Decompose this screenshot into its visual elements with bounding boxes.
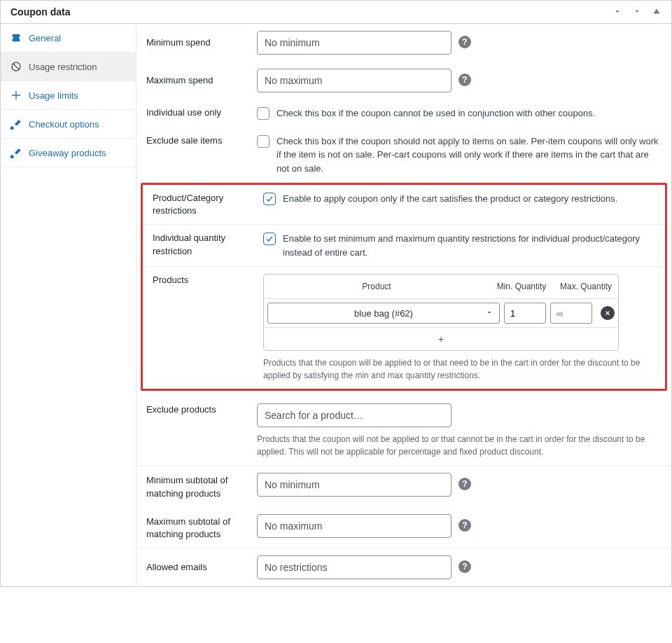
tab-giveaway-products[interactable]: Giveaway products (1, 139, 136, 167)
chevron-up-icon[interactable] (612, 6, 622, 18)
product-select-value: blue bag (#62) (354, 308, 413, 319)
help-icon[interactable]: ? (458, 74, 471, 86)
panel-header: Coupon data (1, 1, 671, 24)
tab-usage-restriction[interactable]: Usage restriction (1, 53, 136, 81)
help-icon[interactable]: ? (458, 478, 471, 490)
tab-general[interactable]: General (1, 24, 136, 53)
help-icon[interactable]: ? (458, 560, 471, 573)
label-exclude-products: Exclude products (146, 403, 243, 416)
row-maximum-spend: Maximum spend ? (136, 62, 671, 99)
tab-label: Giveaway products (29, 148, 106, 158)
input-maximum-spend[interactable] (257, 69, 451, 92)
row-exclude-products: Exclude products Products that the coupo… (136, 391, 671, 466)
remove-row-button[interactable] (601, 306, 615, 320)
tab-label: Checkout options (29, 119, 99, 130)
products-table: Product Min. Quantity Max. Quantity blue… (263, 274, 619, 351)
desc-product-category-restrictions: Enable to apply coupon only if the cart … (283, 192, 617, 206)
input-min-quantity[interactable] (504, 303, 546, 324)
desc-products: Products that the coupon will be applied… (263, 357, 655, 382)
label-products: Products (153, 274, 249, 286)
row-individual-quantity-restriction: Individual quantity restriction Enable t… (143, 225, 665, 267)
tab-checkout-options[interactable]: Checkout options (1, 110, 136, 139)
wrench-icon (10, 147, 22, 158)
checkbox-product-category-restrictions[interactable] (263, 193, 276, 205)
input-max-subtotal[interactable] (257, 514, 451, 538)
products-table-row: blue bag (#62) (264, 299, 618, 328)
col-min-quantity: Min. Quantity (489, 279, 554, 294)
product-select[interactable]: blue bag (#62) (267, 303, 500, 324)
chevron-down-icon (485, 308, 493, 319)
input-max-quantity[interactable] (550, 303, 592, 324)
label-exclude-sale: Exclude sale items (146, 134, 243, 147)
ticket-icon (10, 32, 22, 43)
help-icon[interactable]: ? (458, 519, 471, 532)
label-minimum-spend: Minimum spend (146, 31, 243, 49)
chevron-down-icon[interactable] (632, 6, 642, 18)
sliders-icon (10, 90, 22, 101)
col-max-quantity: Max. Quantity (554, 279, 618, 294)
desc-individual-use: Check this box if the coupon cannot be u… (276, 106, 595, 120)
row-minimum-spend: Minimum spend ? (136, 24, 671, 62)
coupon-tabs-sidebar: General Usage restriction Usage limits C… (1, 24, 136, 586)
label-allowed-emails: Allowed emails (146, 555, 243, 574)
desc-individual-quantity-restriction: Enable to set minimum and maximum quanti… (283, 232, 655, 259)
col-product: Product (264, 279, 489, 294)
label-product-category-restrictions: Product/Category restrictions (153, 192, 249, 217)
row-product-category-restrictions: Product/Category restrictions Enable to … (143, 185, 665, 225)
panel-header-actions (612, 6, 662, 18)
tab-label: General (29, 33, 61, 43)
collapse-triangle-icon[interactable] (652, 6, 662, 18)
row-exclude-sale: Exclude sale items Check this box if the… (136, 127, 671, 184)
checkbox-exclude-sale[interactable] (257, 135, 270, 148)
wrench-icon (10, 118, 22, 130)
input-minimum-spend[interactable] (257, 31, 451, 55)
input-allowed-emails[interactable] (257, 555, 451, 579)
add-product-row-button[interactable]: + (264, 328, 618, 350)
settings-content: Minimum spend ? Maximum spend ? Individu… (136, 24, 671, 586)
row-products: Products Product Min. Quantity Max. Quan… (143, 267, 665, 389)
row-max-subtotal: Maximum subtotal of matching products ? (136, 507, 671, 548)
label-individual-quantity-restriction: Individual quantity restriction (153, 232, 249, 257)
tab-label: Usage restriction (29, 62, 97, 72)
desc-exclude-sale: Check this box if the coupon should not … (276, 134, 662, 176)
input-exclude-products[interactable] (257, 403, 451, 427)
row-allowed-emails: Allowed emails ? (136, 548, 671, 586)
row-individual-use: Individual use only Check this box if th… (136, 99, 671, 127)
desc-exclude-products: Products that the coupon will not be app… (257, 433, 649, 458)
label-max-subtotal: Maximum subtotal of matching products (146, 514, 243, 541)
checkbox-individual-quantity-restriction[interactable] (263, 233, 276, 245)
label-maximum-spend: Maximum spend (146, 69, 243, 87)
input-min-subtotal[interactable] (257, 473, 451, 497)
label-individual-use: Individual use only (146, 106, 243, 119)
tab-label: Usage limits (29, 90, 78, 101)
help-icon[interactable]: ? (458, 36, 471, 48)
products-table-header: Product Min. Quantity Max. Quantity (264, 275, 618, 299)
coupon-data-panel: Coupon data General Usage restriction (0, 0, 672, 587)
checkbox-individual-use[interactable] (257, 107, 270, 120)
panel-title: Coupon data (10, 6, 71, 18)
highlighted-restriction-region: Product/Category restrictions Enable to … (141, 183, 667, 391)
ban-icon (10, 61, 22, 72)
tab-usage-limits[interactable]: Usage limits (1, 81, 136, 110)
row-min-subtotal: Minimum subtotal of matching products ? (136, 466, 671, 506)
label-min-subtotal: Minimum subtotal of matching products (146, 473, 243, 499)
